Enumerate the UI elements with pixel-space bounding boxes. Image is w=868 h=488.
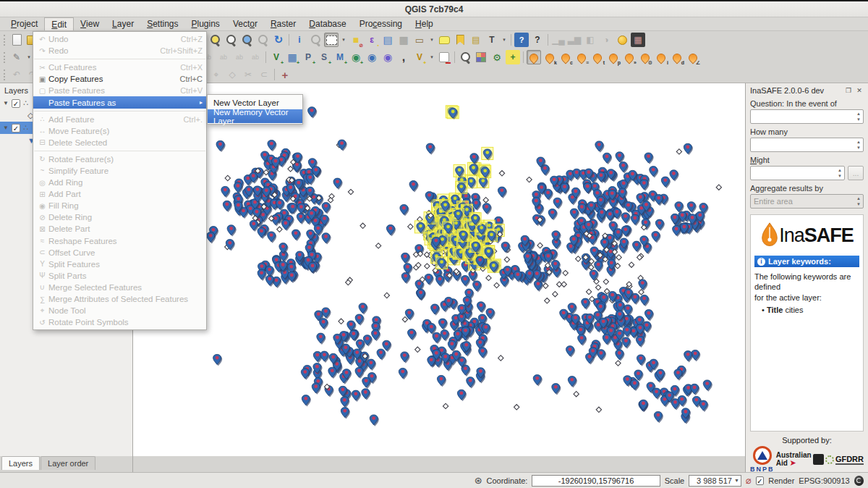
attribute-table-icon[interactable]: ▤ xyxy=(380,33,395,47)
menu-item-rotate-feature-s[interactable]: ↻Rotate Feature(s) xyxy=(33,153,206,165)
inasafe-extent-selector-icon[interactable]: ∠ xyxy=(686,50,700,64)
menu-item-merge-selected-features[interactable]: ∪Merge Selected Features xyxy=(33,282,206,293)
add-wcs-layer-icon[interactable]: ◉ xyxy=(365,50,379,64)
menu-item-delete-part[interactable]: ⊠Delete Part xyxy=(33,223,206,235)
render-checkbox[interactable]: ✓ xyxy=(756,476,765,485)
map-snapshot-icon[interactable]: ▦ xyxy=(631,33,645,47)
inasafe-impact-merge-icon[interactable]: p xyxy=(606,50,621,64)
menu-view[interactable]: View xyxy=(74,17,106,30)
layer-checkbox[interactable]: ✓ xyxy=(12,124,20,132)
function-combobox[interactable]: ▲▼ xyxy=(750,166,845,180)
dock-close-icon[interactable]: ✕ xyxy=(855,86,864,95)
exposure-combobox[interactable]: ▲▼ xyxy=(750,138,864,152)
inasafe-reload-icon[interactable]: c xyxy=(558,50,573,64)
metasearch-icon[interactable] xyxy=(474,50,488,64)
undo-icon[interactable]: ↶ xyxy=(9,67,24,82)
menu-item-delete-selected[interactable]: ⊟Delete Selected xyxy=(33,137,206,148)
select-by-expression-icon[interactable]: ε▪ xyxy=(365,33,379,47)
raster-stretch-icon[interactable]: ▁▄ xyxy=(551,33,566,47)
add-postgis-layer-icon[interactable]: P+ xyxy=(301,50,315,64)
label-rotate-icon[interactable]: ab xyxy=(232,50,247,64)
add-raster-layer-icon[interactable]: ▦+ xyxy=(285,50,299,64)
menu-item-redo[interactable]: ↷RedoCtrl+Shift+Z xyxy=(33,45,206,56)
whats-this-icon[interactable]: ? xyxy=(530,33,545,47)
menu-item-add-part[interactable]: ⊞Add Part xyxy=(33,188,206,200)
menu-vector[interactable]: Vector xyxy=(226,17,264,30)
menu-item-delete-ring[interactable]: ⊘Delete Ring xyxy=(33,211,206,223)
function-options-button[interactable]: ... xyxy=(848,166,864,180)
add-vector-layer-icon[interactable]: V+ xyxy=(269,50,284,64)
menu-raster[interactable]: Raster xyxy=(264,17,302,30)
label-properties-icon[interactable]: ab xyxy=(248,50,263,64)
text-annotation-icon[interactable]: T xyxy=(485,33,499,47)
menu-item-add-ring[interactable]: ◎Add Ring xyxy=(33,177,206,188)
identify-features-icon[interactable]: i xyxy=(292,33,307,47)
menu-item-offset-curve[interactable]: ⊂Offset Curve xyxy=(33,247,206,258)
plugin-manager-icon[interactable]: + xyxy=(506,50,520,64)
scale-lock-icon[interactable]: ⌀ xyxy=(746,475,752,486)
zoom-last-icon[interactable] xyxy=(239,33,254,47)
dropdown-arrow-icon[interactable]: ▾ xyxy=(340,33,347,47)
scale-combobox[interactable]: 3 988 517 ▼ xyxy=(689,475,741,487)
new-project-icon[interactable] xyxy=(9,33,24,47)
zoom-icon[interactable] xyxy=(224,33,238,47)
menu-item-add-feature[interactable]: ∴Add FeatureCtrl+. xyxy=(33,114,206,125)
submenu-item-new-memory-vector-layer[interactable]: New Memory Vector Layer xyxy=(208,109,302,123)
aggregation-combobox[interactable]: Entire area ▲▼ xyxy=(750,194,864,209)
snapping-crosshair-icon[interactable]: + xyxy=(278,67,292,82)
inasafe-osm-downloader-icon[interactable]: d xyxy=(670,50,684,64)
add-spatialite-layer-icon[interactable]: S+ xyxy=(317,50,331,64)
split-features-icon[interactable]: ✂ xyxy=(241,67,255,82)
new-shapefile-icon[interactable]: V✦ xyxy=(412,50,427,64)
menu-item-cut-features[interactable]: ✂Cut FeaturesCtrl+X xyxy=(33,62,206,73)
menu-item-undo[interactable]: ↶UndoCtrl+Z xyxy=(33,33,206,45)
tab-layer-order[interactable]: Layer order xyxy=(41,456,95,470)
dropdown-arrow-icon[interactable]: ▾ xyxy=(428,50,435,64)
dropdown-arrow-icon[interactable]: ▾ xyxy=(501,33,508,47)
raster-contrast-icon[interactable]: ◧ xyxy=(583,33,597,47)
dropdown-arrow-icon[interactable]: ▾ xyxy=(428,33,435,47)
inasafe-dock-icon[interactable] xyxy=(527,50,541,64)
menu-item-move-feature-s[interactable]: ↔Move Feature(s) xyxy=(33,125,206,137)
menu-database[interactable]: Database xyxy=(302,17,352,30)
search-icon[interactable] xyxy=(458,50,472,64)
raster-brightness-icon[interactable]: ◑ xyxy=(599,33,613,47)
menu-plugins[interactable]: Plugins xyxy=(185,17,226,30)
menu-item-simplify-feature[interactable]: ~Simplify Feature xyxy=(33,165,206,177)
processing-toolbox-icon[interactable]: ⚙ xyxy=(490,50,504,64)
zoom-full-extent-icon[interactable] xyxy=(208,33,222,47)
add-mssql-layer-icon[interactable]: M+ xyxy=(333,50,347,64)
dock-float-icon[interactable]: ❐ xyxy=(844,86,853,95)
map-tips-icon[interactable] xyxy=(437,33,451,47)
inasafe-options-icon[interactable]: ≡ xyxy=(574,50,589,64)
menu-settings[interactable]: Settings xyxy=(140,17,184,30)
toggle-editing-icon[interactable]: ✎ xyxy=(9,50,24,64)
menu-project[interactable]: Project xyxy=(4,17,44,30)
crs-status-icon[interactable] xyxy=(854,476,864,486)
menu-edit[interactable]: Edit xyxy=(44,17,74,30)
measure-icon[interactable]: ▭ xyxy=(412,33,427,47)
map-refresh-icon[interactable]: ↻ xyxy=(271,33,286,47)
deselect-all-icon[interactable]: ■⊘ xyxy=(349,33,363,47)
node-tool-icon[interactable]: ⌖ xyxy=(209,67,224,82)
menu-item-paste-features[interactable]: ▢Paste FeaturesCtrl+V xyxy=(33,85,206,96)
coordinate-input[interactable] xyxy=(532,475,660,487)
add-delimited-text-icon[interactable]: , xyxy=(396,50,411,64)
help-contents-icon[interactable]: ? xyxy=(514,33,529,47)
menu-item-fill-ring[interactable]: ◉Fill Ring xyxy=(33,200,206,211)
new-bookmark-icon[interactable] xyxy=(453,33,467,47)
select-rectangle-icon[interactable] xyxy=(324,33,339,47)
touch-zoom-icon[interactable] xyxy=(615,33,629,47)
menu-item-reshape-features[interactable]: ≈Reshape Features xyxy=(33,235,206,247)
menu-layer[interactable]: Layer xyxy=(106,17,140,30)
layer-list-icon[interactable]: ▦ xyxy=(396,33,411,47)
dropdown-arrow-icon[interactable]: ▾ xyxy=(25,50,33,64)
inasafe-keywords-icon[interactable]: k xyxy=(542,50,557,64)
inasafe-shake-grid-icon[interactable]: i xyxy=(654,50,668,64)
map-canvas[interactable] xyxy=(133,83,745,456)
menu-item-split-parts[interactable]: ΨSplit Parts xyxy=(33,270,206,282)
label-move-icon[interactable]: ab xyxy=(216,50,231,64)
menu-processing[interactable]: Processing xyxy=(353,17,409,30)
add-wfs-layer-icon[interactable]: ◉ xyxy=(380,50,395,64)
layer-checkbox[interactable]: ✓ xyxy=(12,99,20,108)
